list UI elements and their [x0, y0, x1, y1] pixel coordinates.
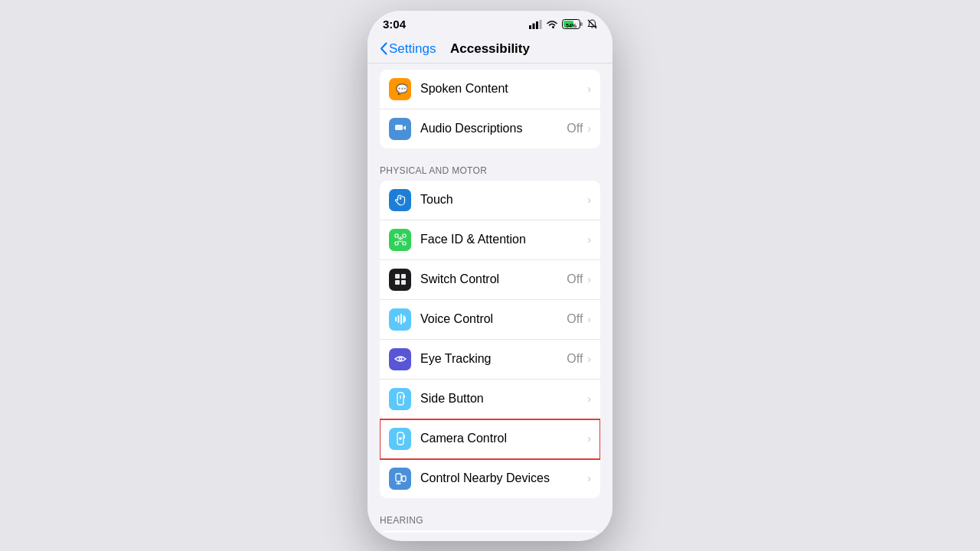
touch-label: Touch [420, 193, 587, 207]
audio-desc-icon [389, 118, 411, 140]
switch-control-icon [389, 269, 411, 291]
nav-bar: Settings Accessibility [368, 35, 612, 64]
status-icons: 54% [529, 19, 597, 29]
chevron-icon: › [587, 233, 591, 246]
mute-icon [587, 19, 597, 29]
eye-tracking-icon [389, 348, 411, 370]
svg-text:54%: 54% [566, 23, 577, 28]
signal-icon [529, 20, 542, 29]
chevron-icon: › [587, 122, 591, 135]
svg-rect-14 [395, 242, 398, 245]
camera-control-item[interactable]: Camera Control › [380, 419, 600, 459]
faceid-label: Face ID & Attention [420, 233, 587, 246]
switch-control-label: Switch Control [420, 272, 567, 286]
spoken-content-label: Spoken Content [420, 82, 587, 96]
eye-tracking-value: Off [567, 352, 583, 366]
chevron-icon: › [587, 313, 591, 325]
svg-point-29 [400, 358, 401, 360]
list-item[interactable]: Face ID & Attention › [380, 220, 600, 260]
list-item[interactable]: Touch › [380, 181, 600, 220]
svg-rect-22 [401, 280, 406, 285]
status-time: 3:04 [383, 18, 406, 31]
list-item[interactable]: Voice Control Off › [380, 300, 600, 340]
chevron-icon: › [587, 432, 591, 445]
eye-tracking-label: Eye Tracking [420, 352, 567, 366]
list-item[interactable]: Control Nearby Devices › [380, 459, 600, 498]
svg-rect-19 [395, 274, 400, 279]
nearby-devices-label: Control Nearby Devices [420, 471, 587, 485]
wifi-icon [546, 20, 558, 29]
hearing-group: Hearing Devices › Hearing Control Center… [380, 530, 600, 533]
audio-desc-value: Off [567, 122, 583, 135]
camera-control-label: Camera Control [420, 432, 587, 445]
status-bar: 3:04 54% [368, 11, 612, 35]
hearing-header: HEARING [368, 504, 612, 530]
side-button-icon [389, 388, 411, 410]
list-item[interactable]: Audio Descriptions Off › [380, 109, 600, 148]
touch-icon [389, 189, 411, 211]
svg-point-17 [401, 238, 403, 240]
svg-rect-23 [395, 317, 397, 321]
list-item[interactable]: Hearing Devices › [380, 530, 600, 533]
switch-control-value: Off [567, 272, 583, 286]
svg-rect-20 [401, 274, 406, 279]
svg-rect-25 [400, 314, 402, 324]
svg-rect-24 [397, 315, 399, 323]
list-item[interactable]: Eye Tracking Off › [380, 340, 600, 380]
side-button-label: Side Button [420, 392, 587, 406]
svg-rect-21 [395, 280, 400, 285]
chevron-icon: › [587, 83, 591, 95]
physical-motor-header: PHYSICAL AND MOTOR [368, 155, 612, 181]
chevron-icon: › [587, 472, 591, 484]
svg-point-11 [399, 197, 401, 200]
svg-rect-36 [396, 474, 401, 481]
nearby-devices-icon [389, 468, 411, 490]
svg-rect-27 [404, 317, 406, 321]
svg-rect-3 [540, 20, 542, 29]
back-label: Settings [389, 41, 436, 57]
svg-rect-5 [580, 22, 583, 26]
vision-group: 💬 Spoken Content › Audio Descriptions Of… [380, 70, 600, 148]
battery-icon: 54% [562, 19, 583, 29]
audio-desc-label: Audio Descriptions [420, 122, 567, 135]
svg-rect-2 [536, 21, 538, 29]
nav-title: Accessibility [450, 41, 530, 57]
svg-rect-13 [403, 234, 406, 237]
chevron-icon: › [587, 273, 591, 285]
list-item[interactable]: Switch Control Off › [380, 260, 600, 300]
svg-rect-31 [403, 395, 405, 398]
back-chevron-icon [380, 42, 387, 55]
svg-rect-0 [529, 25, 531, 29]
phone-frame: 3:04 54% [368, 11, 612, 541]
svg-rect-1 [533, 23, 535, 29]
faceid-icon [389, 229, 411, 251]
camera-control-icon [389, 428, 411, 450]
chevron-icon: › [587, 194, 591, 206]
voice-control-value: Off [567, 312, 583, 326]
scroll-content: 💬 Spoken Content › Audio Descriptions Of… [368, 64, 612, 533]
voice-control-icon [389, 308, 411, 331]
svg-rect-12 [395, 234, 398, 237]
list-item[interactable]: Side Button › [380, 380, 600, 419]
svg-rect-34 [403, 435, 405, 439]
svg-rect-37 [402, 476, 406, 481]
chevron-icon: › [587, 353, 591, 365]
svg-rect-15 [403, 242, 406, 245]
chevron-icon: › [587, 393, 591, 405]
svg-point-16 [398, 238, 400, 240]
svg-text:💬: 💬 [396, 83, 407, 96]
back-button[interactable]: Settings [380, 41, 436, 57]
spoken-content-icon: 💬 [389, 78, 411, 100]
physical-motor-group: Touch › Face ID & A [380, 181, 600, 498]
voice-control-label: Voice Control [420, 312, 567, 326]
svg-rect-10 [395, 125, 403, 130]
list-item[interactable]: 💬 Spoken Content › [380, 70, 600, 109]
svg-point-35 [399, 437, 402, 440]
